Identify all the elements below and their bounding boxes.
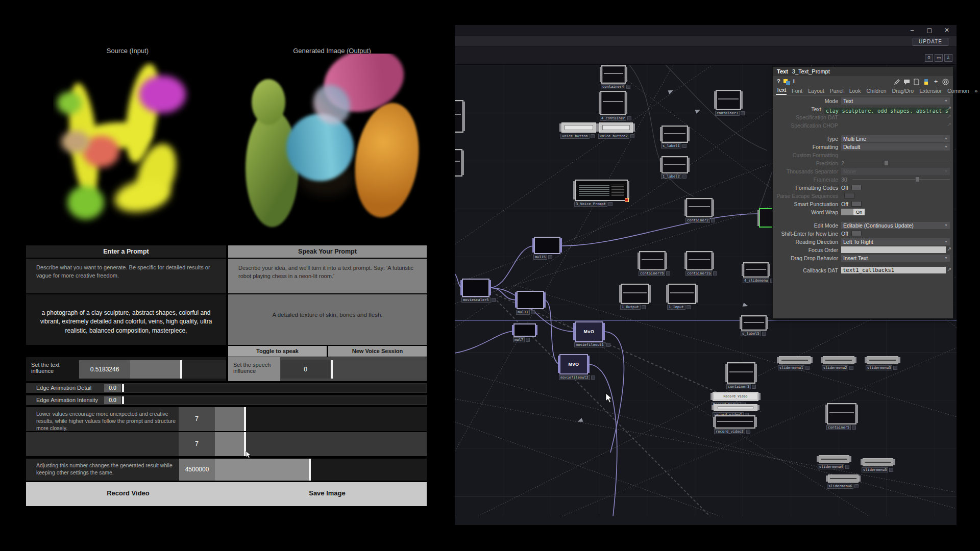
network-node[interactable]: slidermenu6 <box>828 474 859 483</box>
node-output-connector[interactable] <box>856 405 858 423</box>
node-output-connector[interactable] <box>625 92 627 114</box>
node-input-connector[interactable] <box>742 264 744 276</box>
new-voice-session-button[interactable]: New Voice Session <box>328 346 427 357</box>
node-output-connector[interactable] <box>535 325 537 335</box>
node-output-connector[interactable] <box>893 459 895 465</box>
node-input-connector[interactable] <box>740 317 742 329</box>
node-viewer-flag[interactable] <box>526 338 530 342</box>
network-node[interactable]: container1 <box>716 90 741 110</box>
mode-dropdown[interactable]: Text▼ <box>841 97 950 105</box>
node-input-connector[interactable] <box>532 238 534 253</box>
node-input-connector[interactable] <box>573 181 575 199</box>
node-viewer-flag[interactable] <box>627 116 631 120</box>
cfg-secondary-slider-track[interactable] <box>246 432 427 456</box>
reading-direction-dropdown[interactable]: Left To Right▼ <box>841 238 950 245</box>
network-node[interactable]: mul7 <box>513 323 536 337</box>
node-input-connector[interactable] <box>817 456 819 462</box>
node-input-connector[interactable] <box>660 127 662 141</box>
parse-escape-toggle[interactable] <box>844 193 854 198</box>
node-output-connector[interactable] <box>849 456 851 462</box>
node-output-connector[interactable] <box>462 151 464 175</box>
node-input-connector[interactable] <box>638 253 640 269</box>
grid-count-indicator[interactable]: 0 <box>925 54 933 62</box>
update-button[interactable]: UPDATE <box>913 38 948 46</box>
node-viewer-flag[interactable] <box>492 298 496 302</box>
node-viewer-flag[interactable] <box>531 310 535 314</box>
node-viewer-flag[interactable] <box>741 111 745 115</box>
node-viewer-flag[interactable] <box>687 305 691 309</box>
focus-order-input[interactable] <box>841 246 946 253</box>
speech-influence-value[interactable]: 0 <box>281 360 330 379</box>
network-node[interactable]: slidermenu4 <box>819 455 849 463</box>
node-viewer-flag[interactable] <box>606 343 610 347</box>
network-node[interactable]: container7b <box>639 251 666 270</box>
maximize-button[interactable]: ▢ <box>923 26 936 35</box>
network-node[interactable]: container2a <box>686 251 713 270</box>
node-output-connector[interactable] <box>766 317 768 329</box>
edit-pencil-icon[interactable] <box>894 78 900 85</box>
network-node[interactable]: 1_Output <box>621 284 649 304</box>
text-influence-slider-fill[interactable] <box>130 360 180 379</box>
node-viewer-flag[interactable] <box>849 366 853 370</box>
node-output-connector[interactable] <box>898 357 900 363</box>
node-output-connector[interactable] <box>688 127 690 141</box>
node-viewer-flag[interactable] <box>854 484 859 488</box>
network-node[interactable]: container5 <box>827 403 856 424</box>
type-dropdown[interactable]: Multi Line▼ <box>841 135 950 142</box>
edge-intensity-slider-track[interactable] <box>124 396 426 404</box>
parameter-tab[interactable]: Layout <box>807 88 825 95</box>
network-node[interactable]: slidermenu3 <box>867 356 898 364</box>
close-button[interactable]: ✕ <box>940 26 953 35</box>
network-node[interactable]: voice_button <box>561 122 596 133</box>
node-output-connector[interactable] <box>811 357 813 363</box>
node-viewer-flag[interactable] <box>608 202 612 206</box>
target-icon[interactable] <box>942 78 949 85</box>
edge-detail-value[interactable]: 0.0 <box>104 384 121 392</box>
network-node[interactable]: s_label1 <box>662 126 688 143</box>
node-output-connector[interactable] <box>688 158 690 172</box>
text-value-field[interactable]: clay sculpture, odd shapes, abstract s <box>824 108 950 114</box>
parameter-tab[interactable]: Extensior <box>919 88 942 95</box>
node-input-connector[interactable] <box>460 280 462 295</box>
add-parameter-icon[interactable]: + <box>933 78 939 85</box>
node-input-connector[interactable] <box>619 285 621 303</box>
shift-enter-toggle[interactable] <box>851 231 862 236</box>
network-node[interactable]: MvO moviefileout1 <box>575 321 603 342</box>
minimize-button[interactable]: – <box>905 26 919 35</box>
node-viewer-flag[interactable] <box>762 332 766 336</box>
parameter-tab[interactable]: Text <box>776 87 787 95</box>
parameter-tab[interactable]: Look <box>849 88 862 95</box>
smart-punctuation-toggle[interactable] <box>851 201 862 207</box>
node-output-connector[interactable] <box>649 285 651 303</box>
network-node[interactable]: moviescaler5 <box>462 279 489 297</box>
node-output-connector[interactable] <box>768 264 770 276</box>
node-output-connector[interactable] <box>463 102 465 131</box>
node-output-connector[interactable] <box>603 323 605 340</box>
save-image-button[interactable]: Save Image <box>256 489 399 497</box>
node-input-connector[interactable] <box>573 323 575 340</box>
node-viewer-flag[interactable] <box>852 425 856 430</box>
node-input-connector[interactable] <box>861 459 863 465</box>
network-node[interactable]: 1_label2 <box>662 156 688 173</box>
node-input-connector[interactable] <box>597 123 599 132</box>
node-viewer-flag[interactable] <box>752 385 756 389</box>
node-input-connector[interactable] <box>599 92 601 114</box>
record-video-button[interactable]: Record Video <box>57 489 200 497</box>
node-input-connector[interactable] <box>515 292 517 308</box>
cfg-slider-track[interactable] <box>246 407 427 431</box>
seed-slider-fill[interactable] <box>215 459 309 481</box>
node-input-connector[interactable] <box>710 393 713 400</box>
seed-value[interactable]: 4500000 <box>179 459 215 481</box>
node-output-connector[interactable] <box>489 280 491 295</box>
comment-icon[interactable] <box>903 78 910 85</box>
node-input-connector[interactable] <box>821 357 823 363</box>
info-icon[interactable]: i <box>793 78 795 84</box>
node-viewer-flag[interactable] <box>893 366 897 370</box>
node-output-connector[interactable] <box>544 292 546 308</box>
network-node[interactable]: MvO moviefileout2 <box>559 354 588 374</box>
formatting-codes-toggle[interactable] <box>851 185 862 190</box>
node-viewer-flag[interactable] <box>591 134 595 138</box>
framerate-slider[interactable] <box>852 179 950 180</box>
node-output-connector[interactable] <box>627 181 629 199</box>
network-node[interactable]: voice_button2 <box>599 122 633 133</box>
